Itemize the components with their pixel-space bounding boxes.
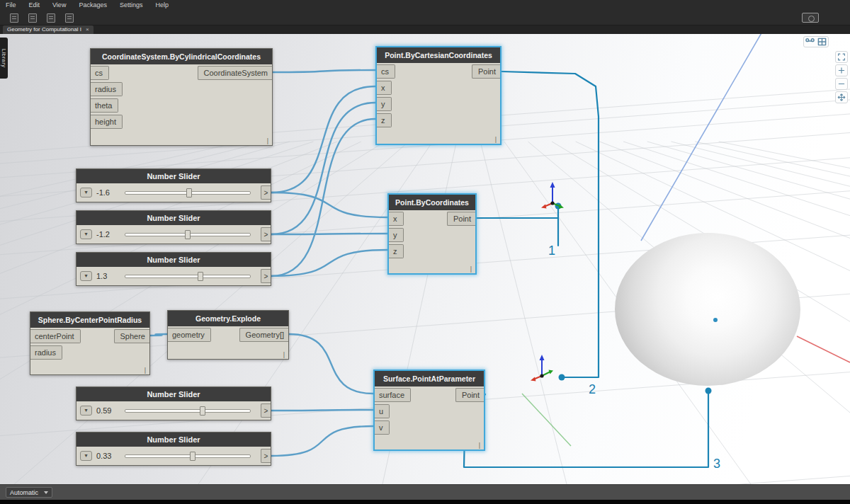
node-point-bycartesiancoordinates[interactable]: Point.ByCartesianCoordinatescsxyzPoint| bbox=[375, 46, 502, 145]
status-bar: Automatic bbox=[0, 484, 850, 500]
toolbar bbox=[0, 11, 850, 25]
slider-track[interactable] bbox=[125, 191, 251, 195]
node-title[interactable]: Sphere.ByCenterPointRadius bbox=[30, 312, 149, 328]
menu-settings[interactable]: Settings bbox=[113, 0, 149, 11]
input-port-theta[interactable]: theta bbox=[91, 98, 118, 113]
camera-icon[interactable] bbox=[802, 13, 819, 23]
menu-packages[interactable]: Packages bbox=[72, 0, 113, 11]
tab-geometry-for-computational[interactable]: Geometry for Computational I × bbox=[3, 25, 94, 34]
node-surface-pointatparameter[interactable]: Surface.PointAtParametersurfaceuvPoint| bbox=[373, 370, 485, 451]
input-port-x[interactable]: x bbox=[377, 81, 392, 95]
output-port[interactable]: > bbox=[261, 227, 271, 241]
slider-track[interactable] bbox=[125, 409, 251, 413]
output-port-Geometry[][interactable]: Geometry[] bbox=[239, 328, 288, 342]
menu-edit[interactable]: Edit bbox=[23, 0, 47, 11]
node-number-slider-1[interactable]: Number Slider▾-1.6> bbox=[76, 168, 271, 202]
node-title[interactable]: Surface.PointAtParameter bbox=[375, 371, 484, 386]
slider-track[interactable] bbox=[125, 275, 251, 278]
slider-handle[interactable] bbox=[200, 406, 205, 416]
node-number-slider-5[interactable]: Number Slider▾0.33> bbox=[76, 432, 271, 466]
output-port[interactable]: > bbox=[261, 449, 271, 463]
export-icon[interactable] bbox=[65, 13, 74, 23]
new-file-icon[interactable] bbox=[10, 13, 18, 23]
input-port-z[interactable]: z bbox=[377, 113, 392, 127]
input-port-y[interactable]: y bbox=[377, 97, 392, 111]
input-port-u[interactable]: u bbox=[375, 404, 390, 418]
geometry-view-icon[interactable] bbox=[817, 38, 827, 46]
slider-value[interactable]: 0.33 bbox=[92, 452, 122, 460]
input-port-surface[interactable]: surface bbox=[375, 388, 411, 402]
output-port-CoordinateSystem[interactable]: CoordinateSystem bbox=[198, 66, 273, 80]
input-port-cs[interactable]: cs bbox=[91, 66, 109, 80]
chevron-down-icon[interactable]: ▾ bbox=[80, 271, 92, 281]
chevron-down-icon[interactable]: ▾ bbox=[80, 188, 92, 197]
input-port-radius[interactable]: radius bbox=[30, 345, 62, 360]
menu-view[interactable]: View bbox=[46, 0, 72, 11]
node-geometry-explode[interactable]: Geometry.ExplodegeometryGeometry[]| bbox=[167, 310, 289, 360]
input-port-x[interactable]: x bbox=[389, 212, 404, 226]
run-mode-dropdown[interactable]: Automatic bbox=[6, 487, 52, 498]
save-icon[interactable] bbox=[47, 13, 55, 23]
slider-track[interactable] bbox=[125, 454, 251, 458]
chevron-down-icon[interactable]: ▾ bbox=[80, 451, 92, 461]
input-port-geometry[interactable]: geometry bbox=[168, 328, 211, 342]
output-port[interactable]: > bbox=[261, 185, 271, 200]
output-port-Point[interactable]: Point bbox=[455, 388, 484, 402]
slider-value[interactable]: 1.3 bbox=[92, 272, 122, 280]
slider-value[interactable]: -1.6 bbox=[92, 188, 122, 197]
output-port[interactable]: > bbox=[261, 269, 271, 283]
menu-help[interactable]: Help bbox=[149, 0, 175, 11]
navigation-controls bbox=[835, 51, 848, 103]
node-state-glyph: | bbox=[479, 442, 480, 449]
menu-file[interactable]: File bbox=[0, 0, 23, 11]
chevron-down-icon[interactable]: ▾ bbox=[80, 229, 92, 239]
node-number-slider-2[interactable]: Number Slider▾-1.2> bbox=[76, 210, 271, 244]
slider-title: Number Slider bbox=[76, 387, 271, 401]
close-icon[interactable]: × bbox=[86, 25, 89, 34]
chevron-down-icon[interactable]: ▾ bbox=[80, 406, 92, 416]
input-port-y[interactable]: y bbox=[389, 228, 404, 242]
tab-title: Geometry for Computational I bbox=[7, 25, 81, 34]
node-state-glyph: | bbox=[470, 265, 472, 273]
run-mode-value: Automatic bbox=[10, 489, 38, 496]
input-port-v[interactable]: v bbox=[375, 420, 390, 435]
output-port-Sphere[interactable]: Sphere bbox=[114, 329, 149, 343]
library-panel-tab[interactable]: Library bbox=[0, 38, 8, 79]
slider-handle[interactable] bbox=[185, 230, 191, 239]
zoom-out-button[interactable] bbox=[835, 78, 848, 90]
slider-title: Number Slider bbox=[76, 211, 271, 225]
node-title[interactable]: CoordinateSystem.ByCylindricalCoordinate… bbox=[91, 49, 272, 64]
slider-value[interactable]: 0.59 bbox=[92, 406, 122, 415]
fit-view-button[interactable] bbox=[835, 51, 848, 63]
output-port-Point[interactable]: Point bbox=[447, 212, 475, 226]
input-port-z[interactable]: z bbox=[389, 244, 404, 258]
input-port-radius[interactable]: radius bbox=[91, 82, 123, 96]
slider-title: Number Slider bbox=[76, 433, 271, 447]
slider-title: Number Slider bbox=[76, 169, 271, 183]
node-coordinatesystem-bycylindricalcoordinates[interactable]: CoordinateSystem.ByCylindricalCoordinate… bbox=[90, 48, 273, 146]
input-port-height[interactable]: height bbox=[91, 115, 123, 129]
node-number-slider-3[interactable]: Number Slider▾1.3> bbox=[76, 252, 271, 286]
node-point-bycoordinates[interactable]: Point.ByCoordinatesxyzPoint| bbox=[387, 193, 477, 275]
view-toggle-group bbox=[803, 36, 829, 47]
node-number-slider-4[interactable]: Number Slider▾0.59> bbox=[76, 386, 271, 420]
slider-track[interactable] bbox=[125, 233, 251, 236]
node-title[interactable]: Point.ByCartesianCoordinates bbox=[377, 47, 500, 63]
node-graph: CoordinateSystem.ByCylindricalCoordinate… bbox=[0, 0, 850, 504]
slider-value[interactable]: -1.2 bbox=[92, 230, 122, 239]
output-port-Point[interactable]: Point bbox=[472, 64, 500, 79]
pan-button[interactable] bbox=[835, 91, 848, 103]
graph-view-icon[interactable] bbox=[805, 38, 815, 46]
node-state-glyph: | bbox=[283, 351, 285, 358]
input-port-centerPoint[interactable]: centerPoint bbox=[30, 329, 81, 343]
node-title[interactable]: Geometry.Explode bbox=[168, 311, 288, 326]
input-port-cs[interactable]: cs bbox=[377, 64, 395, 79]
slider-handle[interactable] bbox=[190, 452, 196, 461]
slider-handle[interactable] bbox=[186, 188, 192, 197]
output-port[interactable]: > bbox=[261, 403, 271, 418]
open-file-icon[interactable] bbox=[28, 13, 37, 23]
slider-handle[interactable] bbox=[198, 272, 203, 281]
zoom-in-button[interactable] bbox=[835, 64, 848, 76]
node-title[interactable]: Point.ByCoordinates bbox=[389, 195, 475, 210]
node-sphere-bycenterpointradius[interactable]: Sphere.ByCenterPointRadiuscenterPointrad… bbox=[30, 311, 150, 375]
